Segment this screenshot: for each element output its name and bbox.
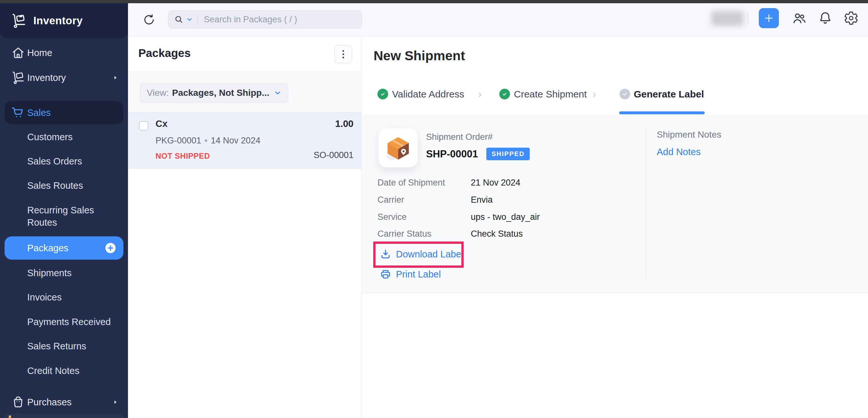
users-button[interactable]	[792, 10, 807, 26]
step-validate-address[interactable]: Validate Address	[392, 89, 464, 100]
sidebar-item-payments-received[interactable]: Payments Received	[0, 312, 128, 332]
topbar-divider	[748, 12, 748, 24]
sidebar-item-packages[interactable]: Packages	[4, 236, 123, 260]
plus-icon	[763, 12, 774, 24]
settings-button[interactable]	[843, 10, 859, 26]
bell-icon	[818, 11, 833, 26]
search-scope-chevron-icon[interactable]	[186, 16, 193, 23]
app-title: Inventory	[33, 14, 83, 27]
step-separator: ›	[478, 88, 482, 100]
list-filter-zone: View: Packages, Not Shipp...	[128, 72, 361, 112]
sidebar-item-customers[interactable]: Customers	[0, 127, 128, 147]
shipment-steps: Validate Address › Create Shipment › Gen…	[362, 88, 868, 101]
inventory-dolly-icon	[11, 12, 27, 29]
shipment-details-card: Shipment Order# SHP-00001 SHIPPED Date o…	[362, 114, 868, 293]
search-input[interactable]	[203, 14, 356, 25]
add-package-icon[interactable]	[105, 242, 116, 254]
sidebar-item-sales-routes[interactable]: Sales Routes	[0, 175, 128, 196]
sidebar-item-sales-orders[interactable]: Sales Orders	[0, 151, 128, 171]
search-divider	[198, 14, 198, 25]
annotation-highlight-box	[373, 242, 464, 268]
shipment-notes-title: Shipment Notes	[657, 130, 721, 140]
card-vertical-divider	[646, 126, 646, 280]
page-title: New Shipment	[374, 48, 465, 63]
view-filter-dropdown[interactable]: View: Packages, Not Shipp...	[140, 83, 288, 103]
row-checkbox[interactable]	[139, 121, 148, 130]
packages-panel-title: Packages	[138, 46, 191, 60]
gear-icon	[844, 11, 859, 26]
list-menu-button[interactable]	[334, 45, 352, 63]
view-filter-prefix: View:	[147, 88, 169, 98]
package-list-item[interactable]: Cx 1.00 PKG-00001•14 Nov 2024 NOT SHIPPE…	[128, 112, 361, 169]
banner-accent-mark	[9, 415, 11, 418]
shipment-order-label: Shipment Order#	[426, 132, 493, 142]
check-status-link[interactable]: Check Status	[471, 229, 523, 239]
sidebar-item-sales[interactable]: Sales	[4, 101, 123, 124]
sidebar-bottom-banner[interactable]	[4, 414, 123, 418]
step-done-icon	[499, 89, 510, 99]
sidebar-item-purchases[interactable]: Purchases	[0, 392, 128, 413]
printer-icon	[380, 268, 392, 280]
sidebar-item-credit-notes[interactable]: Credit Notes	[0, 360, 128, 381]
chevron-right-icon	[112, 74, 119, 81]
row-quantity: 1.00	[335, 119, 353, 129]
meta-dot: •	[205, 136, 207, 146]
top-bar	[128, 3, 868, 37]
row-customer-name: Cx	[156, 119, 167, 129]
sidebar-item-home[interactable]: Home	[0, 42, 128, 63]
chevron-right-icon	[112, 398, 119, 406]
step-pending-icon	[619, 89, 630, 99]
row-package-number: PKG-00001	[156, 136, 201, 146]
row-date: 14 Nov 2024	[211, 136, 260, 146]
users-icon	[792, 11, 807, 26]
chevron-down-icon	[274, 89, 282, 97]
sidebar: Inventory Home Inventory	[0, 3, 128, 418]
new-shipment-panel: New Shipment Validate Address › Create S…	[362, 37, 868, 418]
quick-create-button[interactable]	[759, 8, 779, 28]
sidebar-item-inventory[interactable]: Inventory	[0, 67, 128, 88]
row-status-not-shipped: NOT SHIPPED	[156, 152, 210, 161]
notifications-button[interactable]	[817, 10, 833, 26]
dolly-icon	[11, 70, 26, 85]
sidebar-item-sales-returns[interactable]: Sales Returns	[0, 336, 128, 356]
refresh-button[interactable]	[141, 12, 157, 28]
shipment-order-number: SHP-00001	[426, 148, 478, 160]
shipment-order-line: SHP-00001 SHIPPED	[426, 148, 530, 160]
add-notes-link[interactable]: Add Notes	[657, 147, 701, 157]
status-badge-shipped: SHIPPED	[486, 148, 530, 160]
view-filter-value: Packages, Not Shipp...	[172, 88, 269, 98]
cart-icon	[11, 105, 26, 120]
step-done-icon	[377, 89, 388, 99]
row-meta: PKG-00001•14 Nov 2024	[156, 136, 260, 146]
org-name-redacted[interactable]	[711, 11, 744, 26]
sidebar-item-shipments[interactable]: Shipments	[0, 263, 128, 283]
packages-list-panel: Packages View: Packages, Not Shipp... Cx…	[128, 37, 362, 418]
active-tab-underline	[619, 111, 705, 114]
step-create-shipment[interactable]: Create Shipment	[514, 89, 587, 100]
refresh-icon	[142, 13, 156, 27]
sidebar-item-recurring-sales-routes[interactable]: Recurring Sales Routes	[0, 201, 128, 232]
step-generate-label[interactable]: Generate Label	[634, 89, 704, 100]
kebab-icon	[342, 50, 344, 52]
row-sales-order-number: SO-00001	[314, 150, 353, 160]
shipment-package-illustration	[378, 128, 417, 167]
step-separator: ›	[593, 88, 596, 100]
print-label-link[interactable]: Print Label	[380, 268, 441, 280]
app-screen: Inventory Home Inventory	[0, 0, 868, 418]
app-logo[interactable]: Inventory	[0, 3, 128, 38]
shopping-bag-icon	[11, 395, 26, 410]
global-search	[168, 10, 362, 29]
window-top-strip	[0, 0, 868, 3]
packages-panel-header: Packages	[128, 37, 361, 72]
home-icon	[11, 45, 26, 60]
sidebar-item-invoices[interactable]: Invoices	[0, 287, 128, 308]
search-icon	[174, 14, 184, 25]
